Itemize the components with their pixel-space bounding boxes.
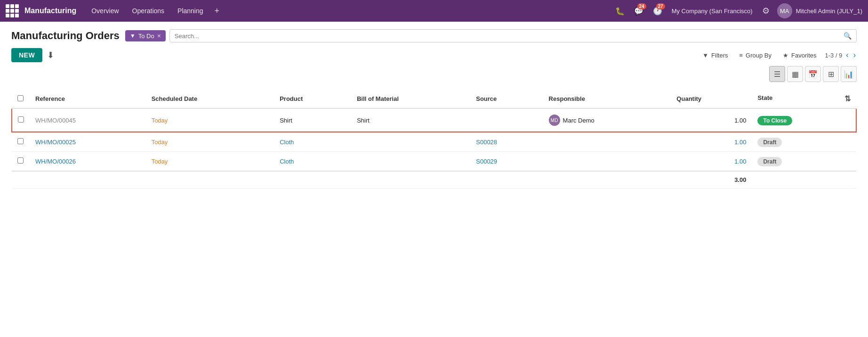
- app-grid-icon[interactable]: [6, 4, 19, 17]
- row-reference[interactable]: WH/MO/00045: [30, 108, 146, 132]
- state-badge-draft: Draft: [757, 157, 782, 166]
- toolbar-right: ▼ Filters ≡ Group By ★ Favorites 1-3 / 9…: [699, 50, 857, 61]
- prev-page-button[interactable]: ‹: [845, 50, 849, 60]
- nav-planning[interactable]: Planning: [172, 4, 209, 17]
- search-icon[interactable]: 🔍: [844, 32, 852, 40]
- filter-tag-label: To Do: [138, 33, 154, 40]
- row-quantity: 1.00: [671, 108, 752, 132]
- row-scheduled-date: Today: [146, 152, 274, 172]
- col-source: Source: [470, 90, 543, 108]
- new-button[interactable]: NEW: [11, 48, 42, 62]
- col-responsible: Responsible: [543, 90, 671, 108]
- col-state: State ⇅: [752, 90, 856, 108]
- row-reference[interactable]: WH/MO/00025: [30, 132, 146, 152]
- table-row: WH/MO/00025 Today Cloth S00028 1.00: [12, 132, 856, 152]
- kanban-view-button[interactable]: ▦: [787, 66, 803, 82]
- manufacturing-orders-table: Reference Scheduled Date Product Bill of…: [11, 90, 857, 189]
- group-by-button[interactable]: ≡ Group By: [737, 50, 775, 61]
- avatar-initials: MA: [780, 8, 789, 15]
- row-responsible: MD Marc Demo: [543, 108, 671, 132]
- nav-add-button[interactable]: +: [211, 4, 224, 18]
- filters-label: Filters: [711, 52, 728, 59]
- select-all-checkbox[interactable]: [17, 95, 24, 101]
- download-button[interactable]: ⬇: [44, 48, 57, 62]
- next-page-button[interactable]: ›: [852, 50, 857, 60]
- row-scheduled-date: Today: [146, 132, 274, 152]
- row-responsible: [543, 132, 671, 152]
- filter-tag-close[interactable]: ×: [157, 32, 161, 40]
- nav-overview[interactable]: Overview: [86, 4, 124, 17]
- activities-button[interactable]: 🕐 27: [649, 2, 666, 19]
- user-avatar[interactable]: MA: [777, 3, 792, 18]
- activities-badge: 27: [656, 3, 665, 9]
- total-state-cell: [752, 171, 856, 189]
- row-quantity: 1.00: [671, 132, 752, 152]
- page-title: Manufacturing Orders: [11, 30, 120, 42]
- pivot-view-button[interactable]: ⊞: [823, 66, 839, 82]
- state-badge-draft: Draft: [757, 138, 782, 147]
- user-name: Mitchell Admin (JULY_1): [796, 8, 862, 15]
- total-row: 3.00: [12, 171, 856, 189]
- search-input[interactable]: [175, 33, 844, 40]
- row-source: [470, 108, 543, 132]
- row-checkbox[interactable]: [18, 116, 24, 123]
- row-checkbox[interactable]: [17, 138, 24, 144]
- row-checkbox-cell[interactable]: [12, 152, 30, 172]
- row-bom: Shirt: [351, 108, 470, 132]
- filter-tag-todo: ▼ To Do ×: [125, 30, 166, 41]
- row-state: To Close: [752, 108, 856, 132]
- list-view-button[interactable]: ☰: [769, 66, 785, 82]
- main-content: Manufacturing Orders ▼ To Do × 🔍 NEW ⬇ ▼…: [0, 22, 868, 189]
- row-source: S00028: [470, 132, 543, 152]
- row-state: Draft: [752, 152, 856, 172]
- row-bom: [351, 132, 470, 152]
- company-name: My Company (San Francisco): [668, 8, 756, 15]
- row-reference[interactable]: WH/MO/00026: [30, 152, 146, 172]
- filters-button[interactable]: ▼ Filters: [699, 50, 731, 61]
- calendar-view-button[interactable]: 📅: [805, 66, 821, 82]
- responsible-avatar: MD: [549, 115, 560, 126]
- debug-button[interactable]: 🐛: [611, 2, 628, 19]
- col-reference: Reference: [30, 90, 146, 108]
- row-product: Shirt: [274, 108, 351, 132]
- col-scheduled-date: Scheduled Date: [146, 90, 274, 108]
- group-by-label: Group By: [746, 52, 772, 59]
- page-header: Manufacturing Orders ▼ To Do × 🔍: [11, 29, 857, 42]
- layers-icon: ≡: [739, 52, 743, 59]
- search-bar: 🔍: [169, 29, 857, 42]
- messages-button[interactable]: 💬 24: [630, 2, 647, 19]
- col-product: Product: [274, 90, 351, 108]
- toolbar-row: NEW ⬇ ▼ Filters ≡ Group By ★ Favorites 1…: [11, 48, 857, 62]
- page-header-right: ▼ To Do × 🔍: [125, 29, 857, 42]
- row-bom: [351, 152, 470, 172]
- state-badge-toclose: To Close: [757, 116, 792, 125]
- column-settings-icon[interactable]: ⇅: [844, 94, 851, 103]
- pagination: 1-3 / 9 ‹ ›: [825, 50, 857, 60]
- nav-operations[interactable]: Operations: [127, 4, 170, 17]
- row-state: Draft: [752, 132, 856, 152]
- row-checkbox-cell[interactable]: [12, 108, 30, 132]
- favorites-button[interactable]: ★ Favorites: [780, 50, 819, 61]
- bug-icon: 🐛: [615, 7, 625, 16]
- filter-funnel-icon: ▼: [130, 33, 136, 39]
- pagination-count: 1-3 / 9: [825, 52, 842, 59]
- view-icons-row: ☰ ▦ 📅 ⊞ 📊: [11, 66, 857, 82]
- row-quantity: 1.00: [671, 152, 752, 172]
- top-navigation: Manufacturing Overview Operations Planni…: [0, 0, 868, 22]
- row-product: Cloth: [274, 152, 351, 172]
- row-checkbox[interactable]: [17, 157, 24, 164]
- row-responsible: [543, 152, 671, 172]
- select-all-checkbox-header[interactable]: [12, 90, 30, 108]
- col-bill-of-material: Bill of Material: [351, 90, 470, 108]
- filter-icon: ▼: [702, 52, 708, 59]
- graph-view-button[interactable]: 📊: [841, 66, 857, 82]
- table-row: WH/MO/00045 Today Shirt Shirt MD M: [12, 108, 856, 132]
- app-name: Manufacturing: [24, 7, 76, 15]
- table-row: WH/MO/00026 Today Cloth S00029 1.00: [12, 152, 856, 172]
- row-checkbox-cell[interactable]: [12, 132, 30, 152]
- row-scheduled-date: Today: [146, 108, 274, 132]
- row-source: S00029: [470, 152, 543, 172]
- row-product: Cloth: [274, 132, 351, 152]
- settings-icon[interactable]: ⚙: [758, 4, 773, 18]
- col-quantity: Quantity: [671, 90, 752, 108]
